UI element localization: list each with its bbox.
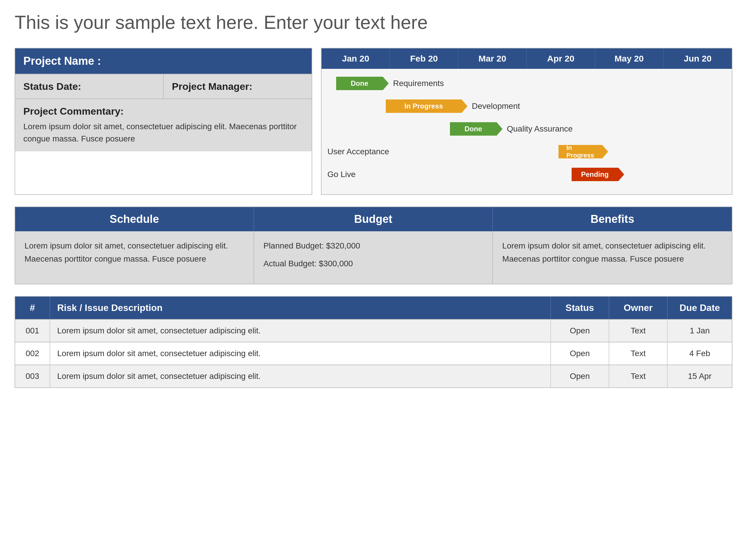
risk-col-owner: Owner bbox=[609, 297, 668, 319]
gantt-bar-requirements: Done bbox=[336, 77, 383, 90]
risk-3-duedate: 15 Apr bbox=[668, 365, 732, 387]
gantt-row-development: In Progress Development bbox=[327, 98, 726, 115]
gantt-label-development: Development bbox=[472, 102, 520, 111]
schedule-header: Schedule bbox=[15, 207, 254, 231]
gantt-label-golive-pre: Go Live bbox=[327, 170, 356, 179]
gantt-month-2: Feb 20 bbox=[390, 48, 458, 69]
risk-1-id: 001 bbox=[15, 320, 50, 342]
project-manager-label: Project Manager: bbox=[164, 74, 312, 99]
budget-header: Budget bbox=[254, 207, 493, 231]
risk-table: # Risk / Issue Description Status Owner … bbox=[15, 296, 732, 388]
risk-2-duedate: 4 Feb bbox=[668, 342, 732, 365]
left-panel: Project Name : Status Date: Project Mana… bbox=[15, 48, 312, 195]
middle-body: Lorem ipsum dolor sit amet, consectetuer… bbox=[15, 231, 732, 284]
risk-1-owner: Text bbox=[609, 320, 668, 342]
gantt-month-6: Jun 20 bbox=[664, 48, 732, 69]
risk-3-desc: Lorem ipsum dolor sit amet, consectetuer… bbox=[50, 365, 551, 387]
page-title: This is your sample text here. Enter you… bbox=[15, 12, 732, 33]
status-manager-row: Status Date: Project Manager: bbox=[15, 74, 312, 99]
risk-3-id: 003 bbox=[15, 365, 50, 387]
gantt-label-uat-pre: User Acceptance bbox=[327, 147, 389, 156]
schedule-body: Lorem ipsum dolor sit amet, consectetuer… bbox=[15, 231, 254, 284]
risk-col-status: Status bbox=[551, 297, 609, 319]
project-name-label: Project Name : bbox=[15, 48, 312, 74]
gantt-month-1: Jan 20 bbox=[321, 48, 390, 69]
commentary-title: Project Commentary: bbox=[23, 106, 304, 117]
status-date-label: Status Date: bbox=[15, 74, 164, 99]
risk-2-id: 002 bbox=[15, 342, 50, 365]
commentary-row: Project Commentary: Lorem ipsum dolor si… bbox=[15, 99, 312, 151]
gantt-row-uat: User Acceptance InProgress bbox=[327, 143, 726, 160]
top-section: Project Name : Status Date: Project Mana… bbox=[15, 48, 732, 195]
risk-1-desc: Lorem ipsum dolor sit amet, consectetuer… bbox=[50, 320, 551, 342]
gantt-bar-development: In Progress bbox=[386, 100, 462, 113]
risk-3-owner: Text bbox=[609, 365, 668, 387]
risk-row-2: 002 Lorem ipsum dolor sit amet, consecte… bbox=[15, 342, 732, 365]
risk-2-status: Open bbox=[551, 342, 609, 365]
budget-body: Planned Budget: $320,000 Actual Budget: … bbox=[254, 231, 493, 284]
risk-col-description: Risk / Issue Description bbox=[50, 297, 551, 319]
gantt-row-qa: Done Quality Assurance bbox=[327, 120, 726, 138]
risk-row-3: 003 Lorem ipsum dolor sit amet, consecte… bbox=[15, 365, 732, 387]
planned-budget: Planned Budget: $320,000 bbox=[263, 239, 483, 252]
gantt-row-golive: Go Live Pending bbox=[327, 166, 726, 183]
middle-header: Schedule Budget Benefits bbox=[15, 207, 732, 231]
risk-1-status: Open bbox=[551, 320, 609, 342]
risk-col-duedate: Due Date bbox=[668, 297, 732, 319]
gantt-bar-qa: Done bbox=[450, 122, 497, 136]
gantt-bar-golive: Pending bbox=[572, 168, 618, 181]
gantt-bar-uat: InProgress bbox=[559, 145, 602, 158]
gantt-panel: Jan 20 Feb 20 Mar 20 Apr 20 May 20 Jun 2… bbox=[321, 48, 732, 195]
gantt-row-requirements: Done Requirements bbox=[327, 75, 726, 92]
risk-table-header: # Risk / Issue Description Status Owner … bbox=[15, 297, 732, 319]
gantt-month-5: May 20 bbox=[595, 48, 663, 69]
risk-col-number: # bbox=[15, 297, 50, 319]
risk-1-duedate: 1 Jan bbox=[668, 320, 732, 342]
gantt-month-4: Apr 20 bbox=[527, 48, 595, 69]
gantt-label-requirements: Requirements bbox=[393, 79, 444, 88]
risk-3-status: Open bbox=[551, 365, 609, 387]
benefits-header: Benefits bbox=[493, 207, 732, 231]
middle-section: Schedule Budget Benefits Lorem ipsum dol… bbox=[15, 207, 732, 284]
gantt-month-3: Mar 20 bbox=[458, 48, 527, 69]
actual-budget: Actual Budget: $300,000 bbox=[263, 257, 483, 270]
gantt-label-qa: Quality Assurance bbox=[507, 124, 573, 134]
risk-2-owner: Text bbox=[609, 342, 668, 365]
commentary-text: Lorem ipsum dolor sit amet, consectetuer… bbox=[23, 121, 304, 145]
gantt-header: Jan 20 Feb 20 Mar 20 Apr 20 May 20 Jun 2… bbox=[321, 48, 732, 69]
benefits-body: Lorem ipsum dolor sit amet, consectetuer… bbox=[493, 231, 732, 284]
risk-row-1: 001 Lorem ipsum dolor sit amet, consecte… bbox=[15, 319, 732, 342]
risk-2-desc: Lorem ipsum dolor sit amet, consectetuer… bbox=[50, 342, 551, 365]
gantt-body: Done Requirements In Progress Developmen… bbox=[321, 69, 732, 194]
